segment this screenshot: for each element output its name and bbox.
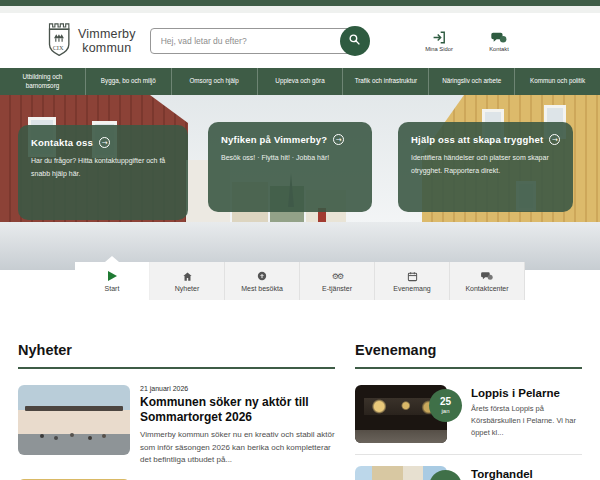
main-content: Nyheter 21 januari 2026 Kommunen söker n…: [0, 270, 600, 480]
tab-nyheter[interactable]: Nyheter: [150, 262, 225, 300]
tab-label: Evenemang: [393, 285, 430, 292]
hero-card-trygghet[interactable]: Hjälp oss att skapa trygghet → Identifie…: [398, 122, 573, 212]
hero-card-body: Besök oss! · Flytta hit! · Jobba här!: [221, 152, 359, 165]
nav-item-omsorg[interactable]: Omsorg och hjälp: [171, 68, 257, 95]
contact-label: Kontakt: [489, 46, 509, 52]
arrow-up-circle-icon: [257, 271, 267, 282]
tab-label: Nyheter: [175, 285, 200, 292]
gears-icon: ⚙⚙: [332, 271, 342, 282]
event-image-wrap: 25 jan: [355, 385, 447, 443]
hero-card-kontakta-oss[interactable]: Kontakta oss → Har du frågor? Hitta kont…: [18, 125, 188, 220]
arrow-right-circle-icon: →: [99, 137, 110, 148]
hero-card-title: Hjälp oss att skapa trygghet: [411, 134, 543, 145]
svg-text:CIX: CIX: [53, 44, 64, 51]
hero-card-body: Identifiera händelser och platser som sk…: [411, 152, 560, 177]
chat-icon: [481, 271, 493, 282]
search-button[interactable]: [340, 26, 370, 56]
event-item[interactable]: 25 jan Loppis i Pelarne Årets första Lop…: [355, 385, 582, 443]
tab-label: Kontaktcenter: [465, 285, 508, 292]
site-header: CIX Vimmerby kommun: [0, 13, 600, 68]
nav-item-naringsliv[interactable]: Näringsliv och arbete: [428, 68, 514, 95]
hero-card-title: Kontakta oss: [31, 137, 93, 148]
nav-item-uppleva[interactable]: Uppleva och göra: [257, 68, 343, 95]
search-icon: [348, 33, 361, 49]
tab-start[interactable]: Start: [75, 262, 150, 300]
my-pages-button[interactable]: Mina Sidor: [416, 30, 462, 52]
play-icon: [108, 271, 117, 282]
tab-evenemang[interactable]: Evenemang: [375, 262, 450, 300]
event-excerpt: Årets första Loppis på Körsbärskullen i …: [471, 403, 579, 439]
contact-button[interactable]: Kontakt: [476, 30, 522, 52]
calendar-icon: [407, 271, 418, 282]
site-logo[interactable]: CIX Vimmerby kommun: [45, 22, 136, 59]
logo-wordmark: Vimmerby kommun: [78, 27, 136, 55]
tab-label: E-tjänster: [322, 285, 352, 292]
event-image-wrap: [355, 466, 447, 480]
nav-item-trafik[interactable]: Trafik och infrastruktur: [342, 68, 428, 95]
news-title: Kommunen söker ny aktör till Sommartorge…: [140, 395, 335, 424]
news-section: Nyheter 21 januari 2026 Kommunen söker n…: [18, 342, 335, 480]
tab-label: Mest besökta: [241, 285, 283, 292]
tab-mest-besokta[interactable]: Mest besökta: [225, 262, 300, 300]
chat-icon: [491, 30, 507, 44]
main-nav: Utbildning och barnomsorg Bygga, bo och …: [0, 68, 600, 95]
hero-section: Kontakta oss → Har du frågor? Hitta kont…: [0, 95, 600, 270]
hero-card-title: Nyfiken på Vimmerby?: [221, 134, 327, 145]
header-actions: Mina Sidor Kontakt: [416, 30, 522, 52]
login-icon: [432, 30, 447, 44]
event-title: Torghandel: [471, 468, 533, 480]
tab-kontaktcenter[interactable]: Kontaktcenter: [450, 262, 525, 300]
site-search: [150, 28, 355, 54]
search-input[interactable]: [150, 28, 355, 54]
top-strip: [0, 6, 600, 13]
news-item[interactable]: 21 januari 2026 Kommunen söker ny aktör …: [18, 385, 335, 466]
news-excerpt: Vimmerby kommun söker nu en kreativ och …: [140, 429, 335, 466]
municipal-crest-icon: CIX: [45, 22, 72, 59]
news-divider: [18, 367, 335, 369]
nav-item-kommun[interactable]: Kommun och politik: [514, 68, 600, 95]
logo-line1: Vimmerby: [78, 27, 136, 41]
event-day: 25: [440, 397, 451, 407]
event-item[interactable]: Torghandel: [355, 466, 582, 480]
hero-card-body: Har du frågor? Hitta kontaktuppgifter oc…: [31, 155, 175, 180]
home-icon: [182, 271, 193, 282]
news-section-title: Nyheter: [18, 342, 335, 358]
news-date: 21 januari 2026: [140, 385, 335, 392]
my-pages-label: Mina Sidor: [425, 46, 453, 52]
events-divider: [355, 367, 582, 369]
hero-card-nyfiken[interactable]: Nyfiken på Vimmerby? → Besök oss! · Flyt…: [208, 122, 372, 212]
nav-item-utbildning[interactable]: Utbildning och barnomsorg: [0, 68, 85, 95]
news-image-town-square: [18, 385, 130, 455]
nav-item-bygga[interactable]: Bygga, bo och miljö: [85, 68, 171, 95]
quick-tabs: Start Nyheter Mest besökta ⚙⚙ E-tjänster…: [75, 262, 525, 300]
event-month: jan: [441, 408, 449, 414]
event-title: Loppis i Pelarne: [471, 387, 579, 399]
logo-line2: kommun: [78, 41, 136, 55]
tab-e-tjanster[interactable]: ⚙⚙ E-tjänster: [300, 262, 375, 300]
tab-label: Start: [105, 285, 120, 292]
events-section-title: Evenemang: [355, 342, 582, 358]
arrow-right-circle-icon: →: [333, 134, 344, 145]
event-separator: [355, 454, 582, 455]
events-section: Evenemang 25 jan Loppis i Pelarne Årets …: [355, 342, 582, 480]
event-date-badge: 25 jan: [429, 389, 462, 422]
arrow-right-circle-icon: →: [549, 134, 560, 145]
